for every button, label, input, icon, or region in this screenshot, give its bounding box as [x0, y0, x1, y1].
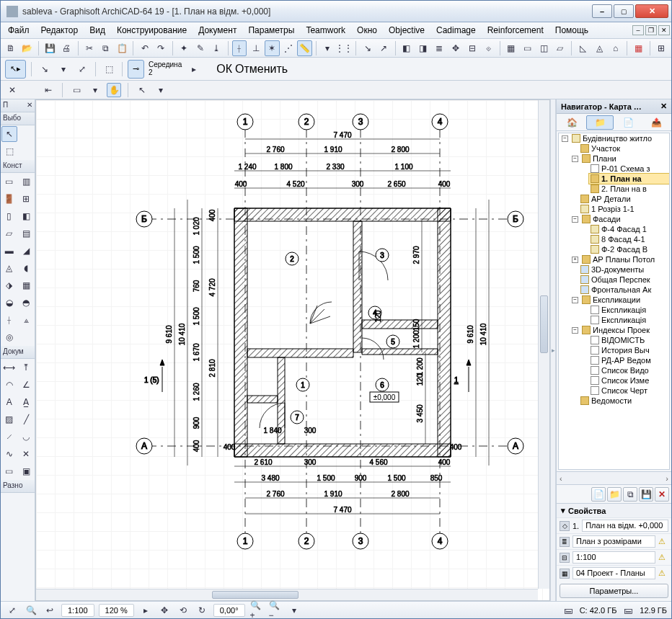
shell-tool-icon[interactable]: ◖: [19, 260, 35, 276]
menu-cadimage[interactable]: Cadimage: [430, 24, 482, 37]
radial-dim-icon[interactable]: ◠: [1, 377, 17, 393]
dim-tool-icon[interactable]: ⟷: [1, 360, 17, 375]
print-icon[interactable]: 🖨: [59, 40, 74, 56]
redo-icon[interactable]: ↷: [154, 40, 169, 56]
tree-item[interactable]: РД-АР Ведом: [589, 355, 669, 365]
measure-icon[interactable]: ⟐: [481, 40, 496, 56]
tree-root[interactable]: −Будівництво житло: [569, 133, 669, 143]
menu-params[interactable]: Параметры: [242, 24, 300, 37]
nav-viewmap-icon[interactable]: 📁: [586, 115, 614, 130]
morph-tool-icon[interactable]: ⬗: [1, 277, 17, 293]
splitter[interactable]: ▸: [550, 99, 556, 601]
prop-penset-field[interactable]: 04 Проект - Планы: [572, 567, 655, 579]
elements-icon[interactable]: ▦: [504, 40, 519, 56]
pan-icon[interactable]: ✥: [157, 603, 172, 618]
properties-button[interactable]: Параметры...: [560, 584, 668, 598]
angle-dim-icon[interactable]: ∠: [19, 377, 35, 393]
tree-item[interactable]: ВІДОМІСТЬ: [589, 335, 669, 345]
nav-newfolder-icon[interactable]: 📁: [607, 487, 622, 502]
zoom-dd-icon[interactable]: ▸: [138, 603, 153, 618]
cancel-button[interactable]: Отменить: [235, 63, 288, 76]
cursor2-icon[interactable]: ↗: [376, 40, 392, 56]
navigator-close-icon[interactable]: ✕: [660, 102, 667, 111]
zoom-window-icon[interactable]: 🔍: [24, 603, 38, 618]
shell-tool-icon[interactable]: ⌂: [608, 40, 623, 56]
detail-tool-icon[interactable]: ◎: [1, 329, 17, 345]
rect-dd-icon[interactable]: ▾: [88, 83, 102, 97]
figure-tool-icon[interactable]: ▭: [1, 463, 17, 479]
chevron-icon[interactable]: ▾: [287, 603, 301, 618]
tree-item[interactable]: История Выч: [589, 345, 669, 355]
views-icon[interactable]: ⊞: [654, 40, 669, 56]
menu-teamwork[interactable]: Teamwork: [300, 24, 351, 37]
polyline-icon[interactable]: ⟋: [1, 429, 17, 445]
zoom-pct-field[interactable]: 120 %: [99, 604, 134, 617]
ok-button[interactable]: ОК: [216, 63, 232, 76]
wand-icon[interactable]: ✦: [177, 40, 192, 56]
tree-item[interactable]: Р-01 Схема з: [589, 164, 669, 174]
door-tool-icon[interactable]: 🚪: [1, 191, 17, 207]
tree-item[interactable]: −Експликации: [579, 295, 669, 305]
tree-item[interactable]: Експликація: [589, 315, 669, 325]
tree-item[interactable]: Ведомости: [579, 396, 669, 406]
undo-icon[interactable]: ↶: [137, 40, 152, 56]
nav-clone-icon[interactable]: ⧉: [623, 487, 637, 502]
arrow-option-icon[interactable]: ↘: [37, 61, 53, 77]
menu-help[interactable]: Помощь: [549, 24, 594, 37]
nav-scroll-right[interactable]: ›: [666, 474, 668, 483]
trace-icon[interactable]: ◧: [399, 40, 415, 56]
spline-icon[interactable]: ∿: [1, 446, 17, 462]
scale-field[interactable]: 1:100: [61, 604, 94, 617]
pointer-icon[interactable]: ↖: [135, 83, 149, 97]
angle-field[interactable]: 0,00°: [213, 604, 245, 617]
beam-tool-icon[interactable]: ▱: [552, 40, 567, 56]
zoom-fit-icon[interactable]: ⤢: [5, 603, 19, 618]
menu-editor[interactable]: Редактор: [35, 24, 84, 37]
arc-tool-icon[interactable]: ◡: [19, 429, 35, 445]
tree-item[interactable]: −Фасади: [579, 214, 669, 224]
tree-item[interactable]: 2. План на в: [589, 184, 669, 194]
column-tool-icon[interactable]: ▯: [1, 208, 17, 224]
prop-layercombo-field[interactable]: План з розмірами: [572, 535, 655, 548]
hand-icon[interactable]: ✋: [107, 83, 121, 97]
pointer-dd-icon[interactable]: ▾: [154, 83, 168, 97]
play-icon[interactable]: ▸: [186, 61, 202, 77]
wall-tool-icon[interactable]: ▭: [1, 174, 17, 190]
menu-view[interactable]: Вид: [84, 24, 111, 37]
canvas-vscroll[interactable]: [538, 100, 549, 589]
eyedropper-icon[interactable]: ⤓: [209, 40, 224, 56]
drawing-tool-icon[interactable]: ▣: [19, 463, 35, 479]
menu-reinforcement[interactable]: Reinforcement: [482, 24, 549, 37]
snap-perp-icon[interactable]: ⊥: [248, 40, 263, 56]
tree-item-selected[interactable]: 1. План на: [589, 174, 669, 184]
save-icon[interactable]: 💾: [43, 40, 58, 56]
arrow-dd-icon[interactable]: ▾: [56, 61, 71, 77]
cursor-icon[interactable]: ↘: [360, 40, 375, 56]
open-file-icon[interactable]: 📂: [20, 40, 35, 56]
snap-mid-button[interactable]: ⊸: [128, 60, 144, 79]
hotspot-icon[interactable]: ✕: [19, 446, 35, 462]
layers-icon[interactable]: ≣: [432, 40, 447, 56]
stair-tool-icon[interactable]: ▤: [19, 226, 35, 241]
ruler-icon[interactable]: 📏: [297, 40, 312, 56]
window-tool-icon[interactable]: ⊞: [19, 191, 35, 207]
tree-item[interactable]: 8 Фасад 4-1: [589, 234, 669, 244]
drawing-canvas[interactable]: 1 2 3 4 1 2 3 4 Б А: [35, 99, 550, 601]
skylight-icon[interactable]: ◓: [19, 295, 35, 311]
move-option-icon[interactable]: ⤢: [74, 61, 90, 77]
zoom-prev-icon[interactable]: ↩: [43, 603, 57, 618]
tree-item[interactable]: Фронтальная Ак: [579, 285, 669, 295]
nav-scroll-left[interactable]: ‹: [560, 474, 562, 483]
paste-icon[interactable]: 📋: [115, 40, 130, 56]
snap-endpoint-icon[interactable]: ⟊: [232, 40, 247, 56]
marquee-icon[interactable]: ⬚: [101, 61, 117, 77]
chevron-down-icon[interactable]: ▾: [561, 506, 565, 515]
slab-tool-icon[interactable]: ▬: [1, 243, 17, 259]
text-tool-icon[interactable]: A: [1, 394, 17, 410]
move-icon[interactable]: ✥: [448, 40, 464, 56]
navigator-tree[interactable]: −Будівництво житло Участок −Плани Р-01 С…: [558, 133, 670, 470]
mdi-minimize[interactable]: –: [632, 25, 644, 35]
zone-tool-icon[interactable]: ▦: [19, 277, 35, 293]
tree-item[interactable]: Список Черт: [589, 386, 669, 396]
ruler2-icon[interactable]: ⊟: [464, 40, 479, 56]
